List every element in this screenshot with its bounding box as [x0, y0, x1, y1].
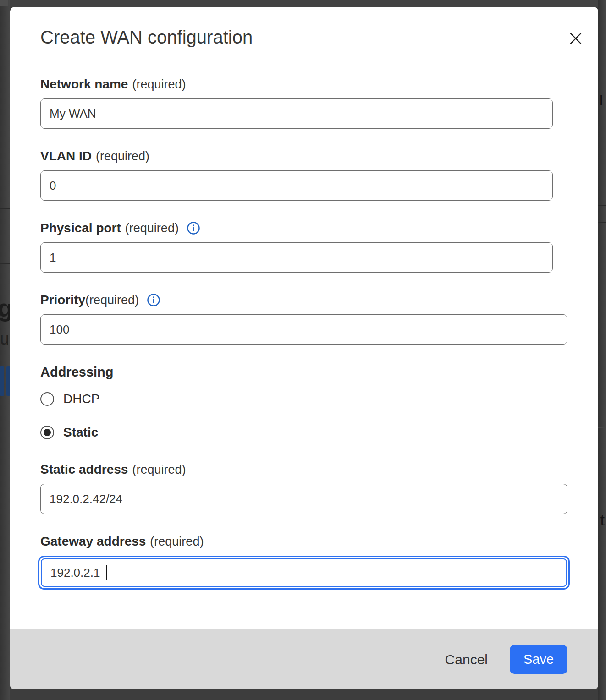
- radio-circle-icon: [40, 426, 54, 439]
- overlay-top: [0, 0, 606, 7]
- field-static-address: Static address (required): [40, 462, 598, 514]
- static-address-input[interactable]: [40, 484, 567, 514]
- field-gateway-address: Gateway address (required): [40, 534, 598, 590]
- background-fragment: [0, 0, 8, 6]
- dialog-title: Create WAN configuration: [40, 26, 598, 48]
- create-wan-dialog: Create WAN configuration Network name (r…: [10, 7, 598, 689]
- priority-label: Priority (required): [40, 293, 598, 307]
- priority-input[interactable]: [40, 314, 567, 345]
- info-icon[interactable]: [187, 221, 200, 235]
- gateway-address-label: Gateway address (required): [40, 534, 598, 549]
- background-divider: [598, 427, 606, 428]
- close-button[interactable]: [567, 29, 585, 48]
- background-divider: [0, 208, 10, 209]
- field-label-text: Network name: [40, 77, 128, 92]
- background-text-fragment: g: [0, 295, 10, 320]
- radio-label: Static: [63, 425, 98, 440]
- gateway-address-input[interactable]: [41, 558, 567, 587]
- overlay-right: l t: [598, 0, 606, 700]
- radio-static[interactable]: Static: [40, 426, 598, 439]
- physical-port-input[interactable]: [40, 242, 553, 273]
- addressing-heading: Addressing: [40, 365, 598, 379]
- background-text-fragment: u: [0, 331, 9, 347]
- field-label-text: Physical port: [40, 221, 121, 235]
- cancel-button[interactable]: Cancel: [445, 652, 488, 667]
- required-hint: (required): [85, 293, 139, 307]
- background-divider: [598, 205, 606, 206]
- background-blue-fragment: [6, 366, 10, 396]
- static-address-label: Static address (required): [40, 462, 598, 477]
- field-label-text: Gateway address: [40, 534, 146, 549]
- field-network-name: Network name (required): [40, 77, 598, 129]
- network-name-label: Network name (required): [40, 77, 598, 92]
- network-name-input[interactable]: [40, 98, 553, 129]
- radio-label: DHCP: [63, 392, 99, 406]
- required-hint: (required): [150, 535, 204, 549]
- field-physical-port: Physical port (required): [40, 221, 598, 273]
- radio-circle-icon: [40, 392, 54, 406]
- background-blue-fragment: [0, 366, 4, 396]
- text-caret: [106, 565, 107, 580]
- addressing-group: Addressing DHCP Static: [40, 365, 598, 439]
- required-hint: (required): [132, 463, 186, 477]
- required-hint: (required): [96, 149, 149, 164]
- info-icon[interactable]: [147, 293, 160, 307]
- background-divider: [0, 263, 10, 264]
- required-hint: (required): [132, 77, 186, 92]
- field-priority: Priority (required): [40, 293, 598, 345]
- field-label-text: VLAN ID: [40, 149, 92, 164]
- radio-dhcp[interactable]: DHCP: [40, 392, 598, 406]
- vlan-id-input[interactable]: [40, 170, 553, 201]
- vlan-id-label: VLAN ID (required): [40, 149, 598, 164]
- background-divider: [598, 470, 606, 470]
- field-label-text: Static address: [40, 462, 128, 477]
- background-divider: [598, 222, 606, 223]
- background-text-fragment: t: [600, 512, 605, 528]
- required-hint: (required): [125, 221, 179, 235]
- field-vlan-id: VLAN ID (required): [40, 149, 598, 201]
- physical-port-label: Physical port (required): [40, 221, 598, 235]
- background-text-fragment: l: [600, 94, 603, 108]
- overlay-left: g u: [0, 0, 10, 700]
- close-icon: [567, 30, 584, 47]
- save-button[interactable]: Save: [510, 645, 567, 674]
- dialog-footer: Cancel Save: [10, 629, 598, 689]
- field-label-text: Priority: [40, 293, 85, 307]
- gateway-address-focus-ring: [38, 556, 570, 590]
